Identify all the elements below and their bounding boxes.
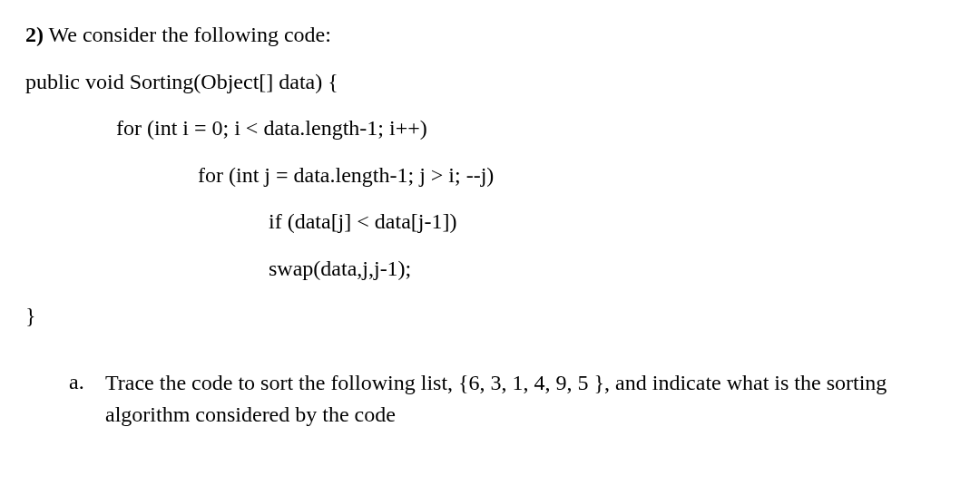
code-line-2: for (int i = 0; i < data.length-1; i++) bbox=[116, 113, 955, 144]
code-line-1: public void Sorting(Object[] data) { bbox=[25, 67, 955, 98]
code-line-6: } bbox=[25, 301, 955, 332]
sub-question-a: a. Trace the code to sort the following … bbox=[69, 367, 955, 431]
question-header: 2) We consider the following code: bbox=[25, 20, 955, 51]
sub-question-marker: a. bbox=[69, 367, 91, 398]
code-line-4: if (data[j] < data[j-1]) bbox=[269, 207, 955, 238]
sub-question-text: Trace the code to sort the following lis… bbox=[105, 367, 955, 431]
code-line-3: for (int j = data.length-1; j > i; --j) bbox=[198, 160, 955, 191]
code-line-5: swap(data,j,j-1); bbox=[269, 254, 955, 285]
question-number: 2) bbox=[25, 23, 44, 46]
question-prompt: We consider the following code: bbox=[49, 23, 331, 46]
